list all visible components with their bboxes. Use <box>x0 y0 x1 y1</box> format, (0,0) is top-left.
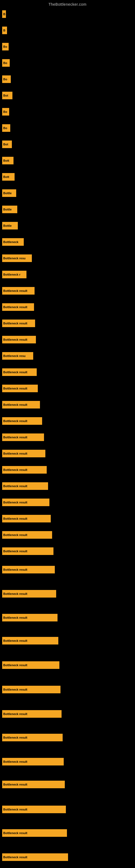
bar: Bottleneck result <box>2 417 42 425</box>
bar-row: Bottleneck result <box>2 829 67 837</box>
bar-row: Bottleneck result <box>2 686 60 693</box>
bar-label: Bottleneck result <box>3 856 27 859</box>
bar: Bott <box>2 173 14 181</box>
bar-row: Bottleneck result <box>2 384 38 392</box>
bar-row: Bottleneck result <box>2 781 65 788</box>
bar-row: Bottleneck result <box>2 637 58 645</box>
bar-row: Bottleneck result <box>2 499 49 506</box>
bar-row: Bottle <box>2 189 16 197</box>
bar-label: Bo <box>3 78 7 81</box>
bar: Bottleneck result <box>2 384 38 392</box>
bar-row: Bottleneck result <box>2 368 37 376</box>
bar-row: Bottle <box>2 222 18 229</box>
bar-row: Bottleneck result <box>2 547 53 555</box>
bar: Bo <box>2 59 10 67</box>
bar-label: Bottleneck resu <box>3 354 26 358</box>
bar: Bottleneck result <box>2 466 47 474</box>
bar-label: Bottleneck <box>3 240 18 244</box>
bar-label: Bottleneck result <box>3 533 27 536</box>
bar: Bottleneck result <box>2 686 60 693</box>
bar-row: Bottleneck result <box>2 417 42 425</box>
bar-label: Bottleneck result <box>3 808 27 811</box>
bar-row: Bott <box>2 173 14 181</box>
bar-row: Bo <box>2 43 9 51</box>
bar-label: Bottleneck result <box>3 783 27 786</box>
bar-row: Bottleneck resu <box>2 254 32 262</box>
bar-label: Bottleneck result <box>3 550 27 553</box>
bar-label: Bo <box>3 110 7 113</box>
bar: Bo <box>2 75 11 83</box>
bar-row: Bottle <box>2 206 17 213</box>
bar-label: Bottleneck result <box>3 338 27 341</box>
bar-row: B <box>2 10 6 18</box>
bar: Bottleneck result <box>2 401 40 408</box>
bar: Bot <box>2 92 12 99</box>
bar: Bo <box>2 108 9 116</box>
bar-row: Bottleneck result <box>2 734 63 741</box>
site-title: TheBottlenecker.com <box>0 0 135 8</box>
bar-label: Bot <box>3 143 8 146</box>
bar-label: Bottleneck result <box>3 736 27 739</box>
bar-row: Bottleneck result <box>2 710 61 718</box>
bar: Bottleneck resu <box>2 352 33 360</box>
bar-label: Bo <box>3 61 7 65</box>
bar-label: Bottleneck result <box>3 831 27 835</box>
bar-label: Bo <box>3 45 7 48</box>
bar-label: Bottleneck result <box>3 322 27 325</box>
bar-label: Bottleneck result <box>3 289 27 292</box>
bar-row: Bottleneck result <box>2 482 48 490</box>
bar-row: Bottleneck result <box>2 531 52 539</box>
bar: Bottleneck result <box>2 499 49 506</box>
bar: Bottleneck <box>2 238 24 246</box>
bar-row: Bottleneck result <box>2 336 36 343</box>
bar-row: Bottleneck result <box>2 450 45 457</box>
bar-row: Bottleneck result <box>2 661 59 669</box>
bar-label: Bot <box>3 94 8 97</box>
bar-row: Bottleneck result <box>2 515 51 522</box>
bar: Bottleneck r <box>2 271 27 278</box>
bar-row: Bot <box>2 92 12 99</box>
bar: Bottleneck result <box>2 450 45 457</box>
bar: Bottleneck result <box>2 531 52 539</box>
bar-label: Bottleneck result <box>3 403 27 406</box>
bar-label: Bott <box>3 175 9 179</box>
bar-row: Bo <box>2 75 11 83</box>
bar: Bottleneck result <box>2 758 64 766</box>
bar-label: Bottle <box>3 224 12 227</box>
bar: B <box>2 10 6 18</box>
bar-row: Bo <box>2 59 10 67</box>
bar-label: Bottleneck resu <box>3 257 26 260</box>
bar-label: B <box>3 12 5 16</box>
bar-label: Bottle <box>3 208 12 211</box>
bars-container: BBBoBoBoBotBoBoBotBottBottBottleBottleBo… <box>0 8 135 865</box>
bar-label: Bottleneck result <box>3 452 27 455</box>
bar-label: Bottleneck r <box>3 273 20 276</box>
bar-row: Bo <box>2 108 9 116</box>
bar-row: Bottleneck result <box>2 303 34 311</box>
bar: Bottleneck result <box>2 806 66 813</box>
bar-label: Bottleneck result <box>3 760 27 763</box>
bar-label: Bottleneck result <box>3 305 27 309</box>
bar-label: Bottleneck result <box>3 663 27 667</box>
bar-label: Bottleneck result <box>3 592 27 595</box>
bar-label: Bottleneck result <box>3 712 27 716</box>
bar-label: Bottle <box>3 191 12 195</box>
bar-row: Bott <box>2 157 13 164</box>
bar-row: Bottleneck result <box>2 566 55 574</box>
bar: Bottleneck result <box>2 637 58 645</box>
bar: Bottleneck result <box>2 661 59 669</box>
bar-row: Bo <box>2 124 10 132</box>
bar: Bottle <box>2 189 16 197</box>
bar-label: Bottleneck result <box>3 436 27 439</box>
bar-row: Bottleneck result <box>2 401 40 408</box>
bar-label: Bo <box>3 126 7 130</box>
bar-row: Bottleneck r <box>2 271 27 278</box>
bar: Bottleneck result <box>2 614 57 621</box>
bar: Bottleneck result <box>2 734 63 741</box>
bar-label: Bottleneck result <box>3 639 27 642</box>
bar-label: Bottleneck result <box>3 517 27 520</box>
bar: Bottleneck result <box>2 433 44 441</box>
bar-label: Bottleneck result <box>3 387 27 390</box>
bar: Bottleneck result <box>2 710 61 718</box>
bar-row: Bottleneck <box>2 238 24 246</box>
